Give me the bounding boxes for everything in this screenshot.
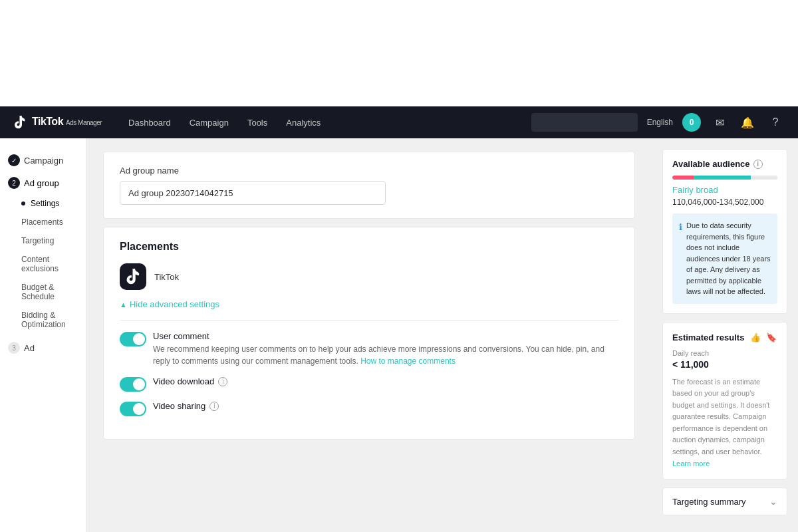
user-comment-toggle[interactable] — [120, 332, 146, 346]
sidebar-item-adgroup[interactable]: 2 Ad group — [0, 172, 86, 194]
info-box-text: Due to data security requirements, this … — [686, 220, 771, 297]
divider-1 — [120, 320, 618, 321]
audience-range: 110,046,000-134,502,000 — [672, 198, 777, 207]
chevron-up-icon: ▲ — [120, 301, 127, 309]
sidebar-item-campaign[interactable]: ✓ Campaign — [0, 149, 86, 172]
nav-tools[interactable]: Tools — [247, 118, 267, 128]
brand: TikTokAds Manager — [13, 116, 102, 129]
video-download-label: Video download — [153, 376, 214, 386]
sidebar-item-ad[interactable]: 3 Ad — [0, 336, 86, 359]
audience-info-box: ℹ Due to data security requirements, thi… — [672, 213, 777, 304]
ad-group-name-card: Ad group name — [103, 152, 635, 219]
sidebar-subitem-bidding[interactable]: Bidding & Optimization — [0, 306, 86, 334]
video-sharing-label-row: Video sharing i — [153, 401, 219, 411]
video-download-info-icon[interactable]: i — [218, 377, 227, 386]
main-layout: ✓ Campaign 2 Ad group Settings Placement… — [0, 138, 798, 532]
placements-title: Placements — [120, 241, 618, 253]
campaign-step: ✓ — [8, 154, 20, 166]
avatar[interactable]: 0 — [682, 113, 701, 132]
sidebar: ✓ Campaign 2 Ad group Settings Placement… — [0, 138, 86, 532]
navbar: TikTokAds Manager Dashboard Campaign Too… — [0, 106, 798, 138]
ad-label: Ad — [24, 343, 35, 353]
hide-advanced-label: Hide advanced settings — [130, 299, 219, 309]
sidebar-subitem-content-exclusions[interactable]: Content exclusions — [0, 250, 86, 278]
messages-icon[interactable]: ✉ — [710, 113, 729, 132]
estimated-results-title-row: Estimated results 👍 🔖 — [672, 332, 777, 344]
tiktok-icon-box — [120, 263, 146, 290]
video-sharing-info-icon[interactable]: i — [209, 402, 219, 411]
available-audience-title: Available audience i — [672, 159, 777, 169]
ad-group-name-input[interactable] — [120, 181, 386, 205]
video-sharing-toggle[interactable] — [120, 402, 146, 416]
brand-name: TikTok — [32, 116, 63, 127]
language-label: English — [647, 118, 673, 127]
available-audience-card: Available audience i Fairly broad 110,04… — [662, 149, 787, 314]
nav-campaign[interactable]: Campaign — [190, 118, 229, 128]
targeting-summary-label: Targeting summary — [672, 497, 746, 507]
audience-bar-pink — [672, 176, 694, 180]
user-comment-content: User comment We recommend keeping user c… — [153, 331, 618, 367]
placements-label: Placements — [21, 217, 63, 227]
audience-bar-gray — [751, 176, 778, 180]
toggle-row-video-download: Video download i — [120, 376, 618, 392]
placement-tiktok: TikTok — [120, 263, 618, 290]
how-to-manage-comments-link[interactable]: How to manage comments — [360, 356, 456, 366]
estimated-icons: 👍 🔖 — [749, 332, 777, 344]
audience-label: Fairly broad — [672, 185, 777, 195]
targeting-label: Targeting — [21, 236, 54, 245]
placements-card: Placements TikTok ▲ Hide advanced settin… — [103, 227, 635, 440]
brand-sub: Ads Manager — [66, 119, 102, 126]
user-comment-desc: We recommend keeping user comments on to… — [153, 343, 618, 367]
available-audience-info-icon[interactable]: i — [753, 160, 763, 169]
settings-dot — [21, 201, 25, 205]
bell-icon[interactable]: 🔔 — [738, 113, 757, 132]
ad-group-name-label: Ad group name — [120, 166, 618, 176]
estimated-description: The forecast is an estimate based on you… — [672, 376, 777, 470]
sidebar-subitem-settings[interactable]: Settings — [0, 194, 86, 213]
navbar-right: English 0 ✉ 🔔 ? — [531, 113, 785, 132]
audience-bar — [672, 176, 777, 180]
hide-advanced-settings-link[interactable]: ▲ Hide advanced settings — [120, 299, 618, 309]
daily-reach-label: Daily reach — [672, 349, 777, 357]
video-download-content: Video download i — [153, 376, 227, 386]
learn-more-link[interactable]: Learn more — [672, 460, 710, 467]
budget-schedule-label: Budget & Schedule — [21, 283, 55, 301]
tiktok-logo: TikTokAds Manager — [13, 116, 102, 129]
bookmark-icon[interactable]: 🔖 — [765, 332, 777, 344]
sidebar-subitem-budget-schedule[interactable]: Budget & Schedule — [0, 278, 86, 306]
nav-analytics[interactable]: Analytics — [286, 118, 321, 128]
toggle-row-user-comment: User comment We recommend keeping user c… — [120, 331, 618, 367]
top-space — [0, 0, 798, 106]
tiktok-platform-label: TikTok — [154, 272, 179, 282]
video-download-label-row: Video download i — [153, 376, 227, 386]
daily-reach-value: < 11,000 — [672, 359, 777, 370]
targeting-summary-row[interactable]: Targeting summary ⌄ — [662, 487, 787, 515]
sidebar-subitem-targeting[interactable]: Targeting — [0, 231, 86, 250]
adgroup-label: Ad group — [24, 178, 59, 188]
right-panel: Available audience i Fairly broad 110,04… — [652, 138, 798, 532]
audience-bar-teal — [694, 176, 751, 180]
video-download-toggle[interactable] — [120, 377, 146, 392]
help-icon[interactable]: ? — [766, 113, 785, 132]
bidding-label: Bidding & Optimization — [21, 311, 66, 329]
video-sharing-content: Video sharing i — [153, 401, 219, 411]
estimated-results-card: Estimated results 👍 🔖 Daily reach < 11,0… — [662, 322, 787, 480]
user-comment-label: User comment — [153, 331, 618, 341]
ad-step: 3 — [8, 342, 20, 354]
estimated-results-title: Estimated results — [672, 332, 744, 342]
adgroup-step: 2 — [8, 177, 20, 189]
toggle-row-video-sharing: Video sharing i — [120, 401, 618, 416]
content-exclusions-label: Content exclusions — [21, 255, 59, 273]
settings-label: Settings — [31, 199, 59, 208]
sidebar-subitem-placements[interactable]: Placements — [0, 213, 86, 231]
thumbs-up-icon[interactable]: 👍 — [749, 332, 761, 344]
content-inner: Ad group name Placements TikTok — [90, 138, 648, 461]
search-input[interactable] — [531, 113, 638, 132]
nav-dashboard[interactable]: Dashboard — [128, 118, 171, 128]
video-sharing-label: Video sharing — [153, 401, 205, 411]
campaign-label: Campaign — [24, 156, 63, 166]
content-area: Ad group name Placements TikTok — [86, 138, 652, 532]
chevron-down-icon: ⌄ — [769, 496, 777, 507]
nav-menu: Dashboard Campaign Tools Analytics — [128, 118, 321, 128]
info-box-icon: ℹ — [679, 221, 682, 297]
